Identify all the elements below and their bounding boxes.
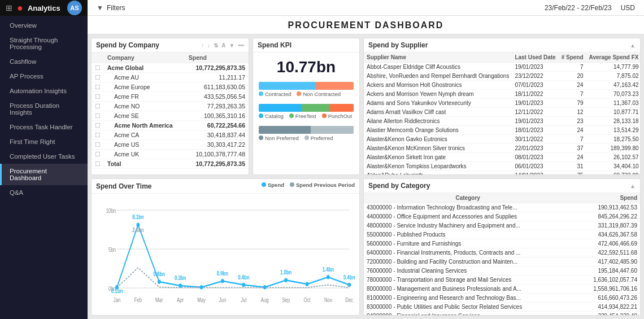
category-name: 48000000 - Service Industry Machinery an… xyxy=(364,221,572,230)
table-row: 83000000 - Public Utilities and Public S… xyxy=(364,303,640,312)
sidebar-header: ⊞ ● Analytics AS xyxy=(0,0,88,16)
logo-icon: ● xyxy=(17,2,23,14)
punchout-legend-item: PunchOut xyxy=(322,113,352,119)
filter-icon2[interactable]: ▼ xyxy=(229,42,235,49)
row-checkbox[interactable]: ☐ xyxy=(92,92,104,102)
sidebar-item-process-task-handler[interactable]: Process Task Handler xyxy=(0,120,88,134)
sidebar-item-process-duration-insights[interactable]: Process Duration Insights xyxy=(0,98,88,120)
svg-point-9 xyxy=(179,283,182,288)
col-company: Company xyxy=(104,53,185,63)
category-spend: 190,913,462.53 xyxy=(572,203,640,212)
category-spend: 434,626,367.58 xyxy=(572,230,640,239)
topbar-left: ▼ Filters xyxy=(97,4,125,12)
more-icon[interactable]: ••• xyxy=(238,42,244,49)
category-spend: 472,406,466.69 xyxy=(572,239,640,248)
table-row: ☐ Acme Global 10,772,295,873.35 xyxy=(92,63,249,73)
sidebar-item-first-time-right[interactable]: First Time Right xyxy=(0,134,88,149)
svg-text:May: May xyxy=(197,297,206,303)
table-row: Alastier Memcomb Orange Solutions18/01/2… xyxy=(364,126,640,135)
row-checkbox[interactable]: ☐ xyxy=(92,140,104,150)
sidebar-item-overview[interactable]: Overview xyxy=(0,18,88,33)
supplier-cell: Alaster&Kenon McKinnon Silver tronics xyxy=(364,144,512,153)
preferred-legend: Non Preferred Preferred xyxy=(259,135,354,141)
user-avatar[interactable]: AS xyxy=(67,1,82,15)
spend-category-card: Spend by Category ▲ Category Spend 43000… xyxy=(363,178,641,316)
company-spend: 60,722,254.66 xyxy=(185,121,249,130)
spend-company-header: Spend by Company ↑ ↓ ⇅ A ▼ ••• xyxy=(92,38,249,53)
category-name: 83000000 - Public Utilities and Public S… xyxy=(364,303,572,312)
spend-time-title: Spend Over Time xyxy=(96,182,151,190)
svg-point-13 xyxy=(263,285,267,290)
category-name: 43000000 - Information Technology Broadc… xyxy=(364,203,572,212)
non-contracted-legend-item: Non Contracted xyxy=(297,91,341,97)
spend-kpi-header: Spend KPI xyxy=(253,38,359,53)
supplier-table: Supplier NameLast Used Date# SpendAverag… xyxy=(364,53,640,174)
row-checkbox[interactable]: ☐ xyxy=(92,111,104,121)
company-spend: 10,772,295,873.35 xyxy=(185,63,249,73)
row-checkbox[interactable]: ☐ xyxy=(92,121,104,130)
supplier-cell: 13,514.29 xyxy=(586,126,640,135)
supplier-cell: Alaster&Kenon Sirkett Iron gate xyxy=(364,153,512,162)
sidebar-item-cashflow[interactable]: Cashflow xyxy=(0,54,88,69)
svg-point-15 xyxy=(306,282,309,286)
row-checkbox[interactable]: ☐ xyxy=(92,159,104,169)
sidebar-item-completed-user-tasks[interactable]: Completed User Tasks xyxy=(0,149,88,164)
supplier-cell: Alaster&Kenon Tompkiss Leopardworks xyxy=(364,162,512,171)
sidebar-item-automation-insights[interactable]: Automation Insights xyxy=(0,84,88,98)
supplier-cell: Abbot-Casper Eldridge Cliff Acoustics xyxy=(364,63,512,72)
col-cat: Category xyxy=(364,193,572,203)
sort-alpha-icon[interactable]: ⇅ xyxy=(214,42,218,49)
supplier-cell: 22/01/2023 xyxy=(512,144,558,153)
company-spend: 433,525,056.54 xyxy=(185,92,249,102)
preferred-legend-item: Preferred xyxy=(304,135,333,141)
sidebar-item-q&a[interactable]: Q&A xyxy=(0,185,88,200)
category-spend: 417,402,485.90 xyxy=(572,257,640,266)
grid-icon: ⊞ xyxy=(6,3,12,12)
svg-text:Mar: Mar xyxy=(155,297,163,303)
contracted-legend-item: Contracted xyxy=(259,91,291,97)
row-checkbox[interactable]: ☐ xyxy=(92,73,104,82)
row-checkbox[interactable]: ☐ xyxy=(92,63,104,73)
kpi-contracted-section: Contracted Non Contracted xyxy=(253,80,359,102)
supplier-cell: 7 xyxy=(559,135,586,144)
sort-desc-icon[interactable]: ↓ xyxy=(207,42,210,49)
table-row: ☐ Acme UK 10,100,378,777.48 xyxy=(92,150,249,159)
row-checkbox[interactable]: ☐ xyxy=(92,130,104,140)
kpi-catalog-section: Catalog FreeText PunchOut xyxy=(253,102,359,124)
row-checkbox[interactable]: ☐ xyxy=(92,82,104,92)
scroll-up-icon2[interactable]: ▲ xyxy=(630,183,636,189)
sort-az-icon[interactable]: A xyxy=(221,42,225,49)
supplier-cell: 7 xyxy=(559,90,586,99)
supplier-cell: 189,399.80 xyxy=(586,144,640,153)
company-spend: 11,211.17 xyxy=(185,73,249,82)
sidebar-item-straight-through-processing[interactable]: Straight Through Processing xyxy=(0,33,88,54)
company-name: Acme Europe xyxy=(104,82,185,92)
filter-label[interactable]: Filters xyxy=(107,4,125,12)
sort-asc-icon[interactable]: ↑ xyxy=(201,42,204,49)
kpi-amount: 10.77bn xyxy=(253,53,359,80)
supplier-cell: 19/01/2023 xyxy=(512,63,558,72)
row-checkbox[interactable]: ☐ xyxy=(92,150,104,159)
category-name: 84000000 - Financial and Insurance Servi… xyxy=(364,312,572,316)
category-spend: 422,592,511.68 xyxy=(572,248,640,257)
table-row: ☐ Acme NO 77,293,263.35 xyxy=(92,102,249,111)
catalog-legend: Catalog FreeText PunchOut xyxy=(259,113,354,119)
table-row: ☐ Acme North America 60,722,254.66 xyxy=(92,121,249,130)
scroll-up-icon[interactable]: ▲ xyxy=(630,42,636,49)
company-name: Acme Global xyxy=(104,63,185,73)
row-checkbox[interactable]: ☐ xyxy=(92,102,104,111)
table-row: Abbot-Casper Eldridge Cliff Acoustics19/… xyxy=(364,63,640,72)
sidebar-item-ap-process[interactable]: AP Process xyxy=(0,69,88,84)
supplier-cell: 19/01/2023 xyxy=(512,117,558,126)
category-spend: 1,558,961,706.16 xyxy=(572,285,640,294)
sidebar-item-procurement-dashboard[interactable]: Procurement Dashboard xyxy=(0,164,88,185)
table-row: Alaster&Kenon Tompkiss Leopardworks06/01… xyxy=(364,162,640,171)
supplier-cell: Alaster&Kenon Gavko Eutronics xyxy=(364,135,512,144)
topbar: ▼ Filters 23/Feb/22 - 22/Feb/23 USD xyxy=(88,0,644,16)
table-row: ☐ Total 10,772,295,873.35 xyxy=(92,159,249,169)
supplier-cell: Ackers and Morrison Holt Ghostronics xyxy=(364,81,512,90)
svg-text:10bn: 10bn xyxy=(106,208,116,214)
supplier-cell: 26,102.57 xyxy=(586,153,640,162)
supplier-cell: 7,875.02 xyxy=(586,72,640,81)
col-check xyxy=(92,53,104,63)
